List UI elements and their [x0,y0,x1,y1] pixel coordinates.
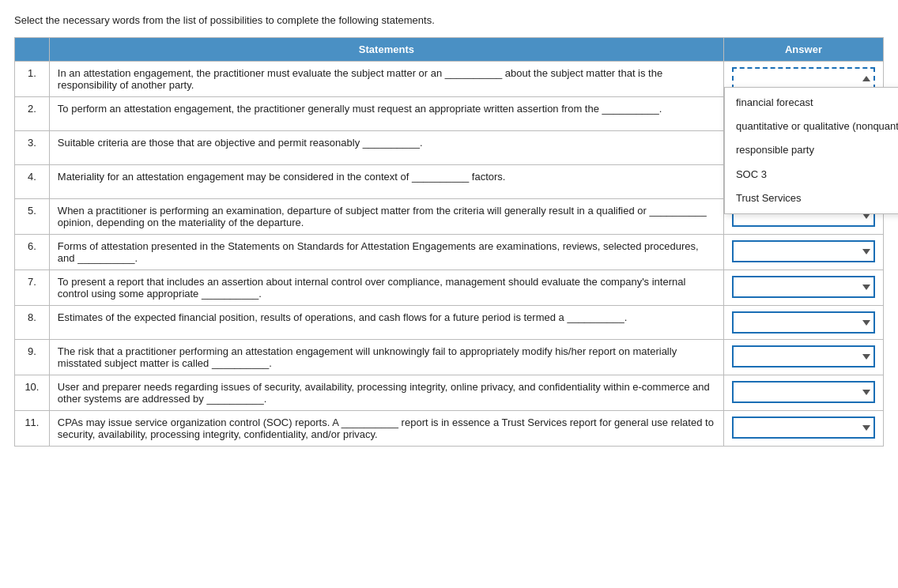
row-number-4: 4. [15,165,50,199]
instruction-text: Select the necessary words from the list… [14,14,884,26]
dropdown-arrow-down-icon [862,285,870,290]
row-number-8: 8. [15,306,50,340]
dropdown-arrow-up-icon [862,76,870,81]
dropdown-option[interactable]: quantitative or qualitative (nonquantita… [725,115,898,138]
answer-dropdown-6[interactable] [732,240,875,262]
dropdown-menu: financial forecastquantitative or qualit… [724,87,898,214]
answer-dropdown-11[interactable] [732,416,875,439]
answer-cell-10 [723,375,883,411]
statement-7: To present a report that includes an ass… [49,270,723,306]
dropdown-option[interactable]: financial forecast [725,91,898,115]
answer-dropdown-1[interactable] [732,67,875,89]
col-header-answer: Answer [723,38,883,62]
row-number-7: 7. [15,270,50,306]
dropdown-arrow-down-icon [862,354,870,360]
statement-5: When a practitioner is performing an exa… [49,199,723,235]
answer-cell-6 [723,235,883,270]
answer-dropdown-9[interactable] [732,345,875,368]
row-number-5: 5. [15,199,50,235]
col-header-statements: Statements [49,38,723,62]
dropdown-option[interactable]: Trust Services [725,187,898,210]
statement-8: Estimates of the expected financial posi… [49,306,723,340]
row-number-3: 3. [15,131,50,165]
row-number-10: 10. [15,375,50,411]
dropdown-arrow-down-icon [862,425,870,431]
row-number-1: 1. [15,62,50,97]
statement-10: User and preparer needs regarding issues… [49,375,723,411]
answer-dropdown-10[interactable] [732,381,875,403]
statement-11: CPAs may issue service organization cont… [49,411,723,447]
dropdown-option[interactable]: SOC 3 [725,163,898,187]
answer-cell-9 [723,340,883,375]
row-number-6: 6. [15,235,50,270]
answer-cell-8 [723,306,883,340]
row-number-9: 9. [15,340,50,375]
statements-table: Statements Answer 1.In an attestation en… [14,37,884,447]
statement-1: In an attestation engagement, the practi… [49,62,723,97]
statement-6: Forms of attestation presented in the St… [49,235,723,270]
statement-3: Suitable criteria are those that are obj… [49,131,723,165]
answer-cell-11 [723,411,883,447]
statement-9: The risk that a practitioner performing … [49,340,723,375]
dropdown-arrow-down-icon [862,320,870,326]
col-header-num [15,38,50,62]
dropdown-option[interactable]: responsible party [725,138,898,162]
dropdown-arrow-down-icon [862,249,870,254]
row-number-11: 11. [15,411,50,447]
answer-dropdown-8[interactable] [732,311,875,334]
answer-cell-1: financial forecastquantitative or qualit… [723,62,883,97]
answer-cell-7 [723,270,883,306]
dropdown-arrow-down-icon [862,390,870,395]
statement-2: To perform an attestation engagement, th… [49,97,723,131]
statement-4: Materiality for an attestation engagemen… [49,165,723,199]
row-number-2: 2. [15,97,50,131]
answer-dropdown-7[interactable] [732,276,875,298]
